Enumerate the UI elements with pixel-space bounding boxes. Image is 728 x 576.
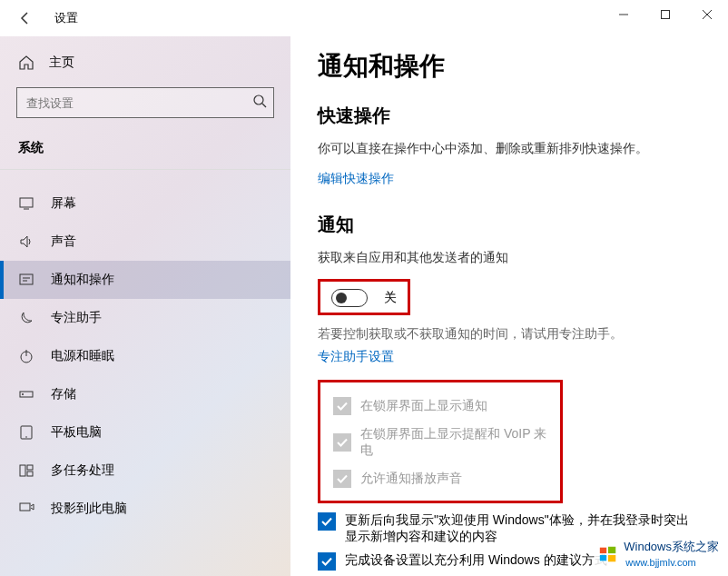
svg-point-12	[22, 393, 24, 395]
checkbox[interactable]	[318, 552, 336, 571]
check-row-lockscreen-notif: 在锁屏界面上显示通知	[333, 392, 547, 421]
svg-point-2	[254, 95, 263, 104]
home-button[interactable]: 主页	[0, 47, 290, 78]
notification-icon	[18, 272, 34, 288]
svg-rect-17	[27, 472, 33, 476]
display-icon	[18, 195, 34, 212]
search-icon	[252, 94, 267, 112]
svg-rect-19	[600, 547, 606, 552]
notifications-toggle[interactable]	[331, 289, 368, 307]
svg-line-3	[262, 104, 266, 107]
checkbox[interactable]	[318, 512, 336, 531]
sidebar-item-label: 多任务处理	[51, 462, 114, 479]
watermark-brand2: 系统之家	[672, 540, 719, 553]
check-label: 完成设备设置以充分利用 Windows 的建议方式	[345, 552, 607, 569]
notifications-toggle-highlight: 关	[318, 279, 410, 315]
sidebar-item-display[interactable]: 屏幕	[0, 184, 290, 223]
sidebar-item-tablet[interactable]: 平板电脑	[0, 413, 290, 452]
toggle-state-label: 关	[384, 290, 397, 306]
page-title: 通知和操作	[318, 49, 701, 84]
svg-rect-22	[608, 554, 615, 561]
divider	[0, 169, 290, 170]
svg-rect-6	[20, 274, 33, 284]
sidebar-item-label: 投影到此电脑	[51, 501, 127, 517]
sidebar-item-power[interactable]: 电源和睡眠	[0, 337, 290, 375]
multitask-icon	[18, 462, 34, 479]
back-button[interactable]	[11, 4, 40, 33]
svg-rect-4	[20, 198, 33, 207]
sound-icon	[18, 233, 34, 250]
storage-icon	[18, 386, 34, 402]
watermark-url: www.bjjmlv.com	[625, 557, 695, 568]
windows-logo-icon	[598, 544, 618, 564]
checkbox	[333, 433, 351, 452]
svg-rect-16	[27, 465, 33, 470]
check-label: 在锁屏界面上显示通知	[360, 398, 487, 414]
tablet-icon	[18, 424, 34, 441]
check-row-lockscreen-voip: 在锁屏界面上显示提醒和 VoIP 来电	[333, 421, 547, 464]
edit-quick-actions-link[interactable]: 编辑快速操作	[318, 171, 394, 187]
sidebar-item-focus[interactable]: 专注助手	[0, 299, 290, 337]
watermark-brand: Windows	[624, 540, 672, 553]
group-header: 系统	[0, 133, 290, 169]
sidebar-item-notifications[interactable]: 通知和操作	[0, 261, 290, 299]
sidebar-item-label: 声音	[51, 233, 76, 250]
sidebar-item-sound[interactable]: 声音	[0, 223, 290, 261]
sidebar-item-label: 平板电脑	[51, 424, 102, 441]
maximize-button[interactable]	[644, 0, 686, 29]
quick-actions-desc: 你可以直接在操作中心中添加、删除或重新排列快速操作。	[318, 141, 701, 157]
checkbox	[333, 470, 351, 488]
sidebar-item-label: 电源和睡眠	[51, 348, 114, 364]
check-label: 允许通知播放声音	[360, 471, 462, 487]
sidebar-item-label: 屏幕	[51, 195, 76, 212]
home-icon	[18, 55, 34, 71]
focus-icon	[18, 310, 34, 326]
close-button[interactable]	[686, 0, 728, 29]
svg-rect-18	[20, 503, 30, 511]
search-input[interactable]	[16, 87, 274, 118]
check-label: 在锁屏界面上显示提醒和 VoIP 来电	[360, 426, 547, 459]
sidebar: 主页 系统 屏幕 声音 通知和操作 专注助手 电源和睡眠 存储 平板电脑 多任务…	[0, 36, 290, 576]
window-title: 设置	[54, 10, 78, 26]
home-label: 主页	[49, 55, 74, 71]
notifications-sub: 获取来自应用和其他发送者的通知	[318, 250, 701, 266]
disabled-checks-highlight: 在锁屏界面上显示通知 在锁屏界面上显示提醒和 VoIP 来电 允许通知播放声音	[318, 380, 563, 503]
sidebar-item-storage[interactable]: 存储	[0, 375, 290, 413]
sidebar-item-label: 通知和操作	[51, 272, 114, 288]
focus-help-text: 若要控制获取或不获取通知的时间，请试用专注助手。	[318, 326, 701, 343]
svg-rect-1	[662, 11, 670, 19]
notifications-heading: 通知	[318, 213, 701, 237]
watermark: Windows系统之家 www.bjjmlv.com	[595, 537, 723, 571]
minimize-button[interactable]	[603, 0, 644, 29]
svg-rect-20	[608, 546, 615, 552]
svg-rect-15	[20, 465, 25, 476]
sidebar-item-multitask[interactable]: 多任务处理	[0, 452, 290, 490]
sidebar-item-label: 专注助手	[51, 310, 102, 326]
svg-rect-21	[600, 554, 606, 560]
check-row-sound: 允许通知播放声音	[333, 464, 547, 493]
sidebar-item-label: 存储	[51, 386, 76, 402]
focus-assist-link[interactable]: 专注助手设置	[318, 349, 394, 365]
project-icon	[18, 501, 34, 517]
sidebar-item-project[interactable]: 投影到此电脑	[0, 490, 290, 528]
svg-point-14	[25, 436, 27, 438]
main-content: 通知和操作 快速操作 你可以直接在操作中心中添加、删除或重新排列快速操作。 编辑…	[290, 36, 728, 576]
checkbox	[333, 397, 351, 415]
power-icon	[18, 348, 34, 364]
quick-actions-heading: 快速操作	[318, 104, 701, 128]
